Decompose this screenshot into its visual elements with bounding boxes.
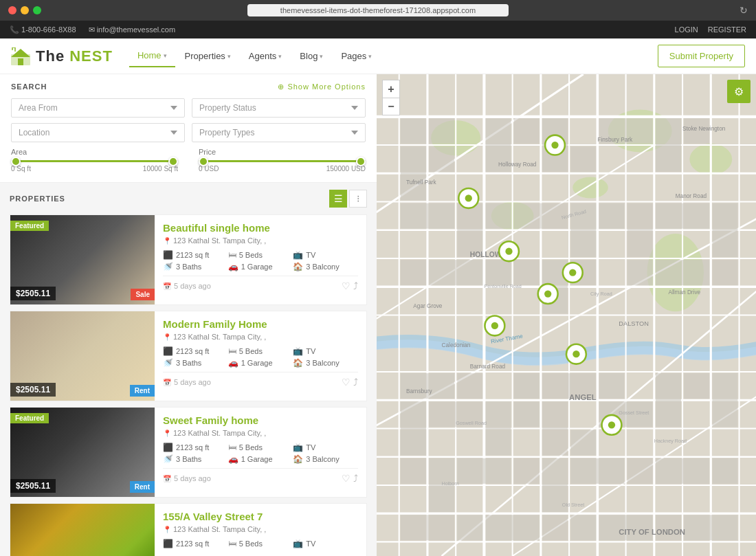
dot-yellow[interactable] (21, 6, 29, 14)
svg-rect-100 (542, 515, 568, 540)
register-link[interactable]: REGISTER (708, 25, 746, 34)
property-actions[interactable]: ♡ ⤴ (342, 280, 358, 291)
show-more-options[interactable]: ⊕ Show More Options (278, 82, 366, 91)
svg-rect-88 (401, 458, 426, 484)
property-title[interactable]: Beautiful single home (163, 222, 358, 234)
svg-rect-46 (401, 146, 426, 200)
svg-rect-78 (656, 373, 681, 427)
svg-rect-58 (514, 203, 568, 229)
svg-point-131 (551, 142, 558, 148)
dot-green[interactable] (33, 6, 41, 14)
price-values: 0 USD 150000 USD (199, 165, 366, 173)
nav-agents[interactable]: Agents ▾ (241, 45, 290, 67)
map-zoom-controls: + − (382, 80, 400, 115)
svg-text:Goswell Road: Goswell Road (456, 420, 487, 426)
property-price: $2505.11 (10, 287, 56, 300)
svg-rect-91 (514, 458, 540, 484)
svg-text:Finsbury Park: Finsbury Park (597, 137, 633, 143)
property-image: Featured $2505.11 Rent (10, 408, 155, 497)
svg-rect-74 (457, 373, 482, 399)
search-title: SEARCH ⊕ Show More Options (11, 82, 366, 91)
phone-link[interactable]: 📞 1-800-666-8X88 (10, 25, 76, 34)
browser-chrome: themevesssel-items-dot-themeforest-17120… (0, 0, 756, 21)
browser-refresh[interactable]: ↻ (740, 5, 748, 16)
svg-rect-83 (485, 401, 511, 455)
left-panel: SEARCH ⊕ Show More Options Area From Pro… (0, 74, 377, 556)
area-thumb-left[interactable] (11, 157, 21, 166)
property-list: Featured $2505.11 Sale Beautiful single … (10, 214, 367, 556)
svg-text:Tufnell Park: Tufnell Park (406, 179, 437, 186)
svg-rect-80 (712, 373, 737, 427)
nav-home[interactable]: Home ▾ (129, 45, 175, 67)
property-image: $2505.11 Rent (10, 311, 155, 401)
logo-icon (11, 47, 32, 65)
property-address: 123 Kathal St. Tampa City, , (163, 429, 358, 437)
svg-rect-70 (627, 260, 653, 285)
area-thumb-right[interactable] (168, 157, 178, 166)
property-info: Modern Family Home 123 Kathal St. Tampa … (155, 311, 366, 401)
svg-text:City Road: City Road (590, 291, 612, 297)
svg-point-133 (505, 248, 512, 255)
price-thumb-left[interactable] (199, 157, 208, 166)
svg-rect-55 (401, 203, 454, 229)
nav: The NEST Home ▾ Properties ▾ Agents ▾ Bl… (0, 38, 756, 74)
property-price: $2505.11 (10, 383, 56, 397)
svg-rect-64 (401, 260, 426, 285)
nav-blog[interactable]: Blog ▾ (291, 45, 331, 67)
property-date: 5 days ago (163, 474, 211, 482)
feature-tv: 📺TV (293, 539, 358, 548)
email-link[interactable]: ✉ info@themevessel.com (89, 25, 176, 34)
svg-rect-99 (485, 515, 539, 540)
badge-featured: Featured (10, 221, 49, 231)
feature-beds: 🛏5 Beds (228, 250, 293, 260)
location-select[interactable]: Location (11, 123, 185, 142)
nav-pages[interactable]: Pages ▾ (333, 45, 380, 67)
svg-rect-49 (514, 118, 540, 144)
svg-text:Old Street: Old Street (562, 502, 584, 508)
svg-rect-57 (485, 203, 511, 229)
svg-rect-101 (570, 515, 596, 540)
feature-tv: 📺TV (293, 250, 358, 260)
grid-view-button[interactable]: ⁝ (349, 190, 367, 208)
svg-rect-45 (429, 118, 454, 144)
property-title[interactable]: Modern Family Home (163, 318, 358, 330)
feature-sqft: ⬛2123 sq ft (163, 346, 228, 356)
zoom-in-button[interactable]: + (382, 80, 400, 98)
property-status-select[interactable]: Property Status (192, 98, 366, 118)
property-actions[interactable]: ♡ ⤴ (342, 377, 358, 388)
property-price: $2505.11 (10, 479, 56, 493)
feature-tv: 📺TV (293, 443, 358, 452)
property-card: $2505.11 Sale 155/A Valley Street 7 123 … (10, 503, 367, 556)
map-container[interactable]: HOLLOWAY ANGEL DALSTON CITY OF LONDON Tu… (377, 74, 756, 556)
price-thumb-right[interactable] (356, 157, 366, 166)
property-types-select[interactable]: Property Types (192, 123, 366, 142)
submit-property-button[interactable]: Submit Property (658, 45, 745, 67)
feature-balcony: 🏠3 Balcony (293, 454, 358, 464)
property-title[interactable]: 155/A Valley Street 7 (163, 511, 358, 522)
svg-text:Caledonian: Caledonian (442, 342, 471, 348)
feature-beds: 🛏5 Beds (228, 346, 293, 356)
svg-rect-53 (656, 118, 681, 172)
area-from-select[interactable]: Area From (11, 98, 185, 118)
dot-red[interactable] (8, 6, 16, 14)
search-row-1: Area From Property Status (11, 98, 366, 118)
feature-tv: 📺TV (293, 346, 358, 356)
property-status-badge: Rent (130, 385, 155, 397)
svg-text:Holloway Road: Holloway Road (498, 162, 537, 168)
svg-rect-66 (485, 260, 511, 285)
svg-text:Barnard Road: Barnard Road (470, 364, 506, 370)
zoom-out-button[interactable]: − (382, 98, 400, 115)
svg-rect-73 (401, 373, 454, 399)
list-view-button[interactable]: ☰ (329, 190, 347, 208)
svg-rect-2 (18, 58, 23, 65)
svg-rect-84 (514, 401, 540, 427)
login-link[interactable]: LOGIN (675, 25, 698, 34)
nav-properties[interactable]: Properties ▾ (177, 45, 239, 67)
property-footer: 5 days ago ♡ ⤴ (163, 276, 358, 291)
property-actions[interactable]: ♡ ⤴ (342, 473, 358, 484)
map-settings-button[interactable]: ⚙ (727, 80, 751, 103)
feature-sqft: ⬛2123 sq ft (163, 250, 228, 260)
svg-rect-72 (712, 260, 737, 285)
property-title[interactable]: Sweet Family home (163, 414, 358, 426)
svg-rect-79 (684, 373, 709, 399)
